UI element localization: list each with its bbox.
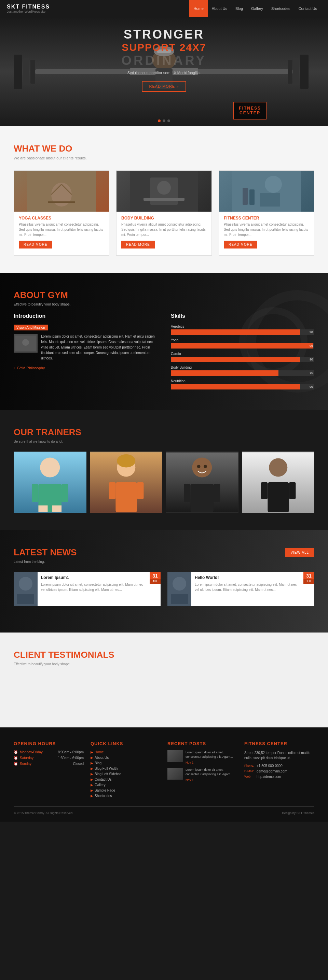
hero-badge: FITNESS CENTER (234, 102, 267, 119)
nav-home[interactable]: Home (189, 0, 207, 17)
hero-dot-1[interactable] (158, 119, 161, 122)
hero-text-support: SUPPORT 24X7 (121, 41, 206, 53)
hero-content: STRONGER SUPPORT 24X7 ORDINARY Sed rhonc… (121, 27, 206, 92)
trainers-title: OUR TRAINERS (14, 427, 314, 438)
design-by: Design by SKT Themes (282, 811, 314, 815)
logo-sub: Just another WordPress site (7, 10, 50, 13)
arrow-icon-7: ▶ (91, 783, 93, 787)
skill-aerobics-bar (171, 329, 300, 335)
footer-quick-links: Quick LINKS ▶ Home ▶ About Us ▶ Blog ▶ B… (91, 741, 161, 799)
news-sub: Latest from the blog. (14, 560, 314, 563)
trainer-4 (242, 452, 315, 513)
nav-blog[interactable]: Blog (231, 0, 247, 17)
footer-link-blog-full[interactable]: ▶ Blog Full Width (91, 767, 161, 770)
svg-point-28 (22, 339, 29, 346)
nav-about[interactable]: About Us (208, 0, 231, 17)
news-card-2-text: Lorem ipsum dolor sit amet, consectetur … (195, 582, 301, 592)
svg-rect-0 (14, 55, 22, 89)
news-content-2: Hello World! Lorem ipsum dolor sit amet,… (191, 572, 314, 606)
vision-label: Vision And Mission (14, 325, 48, 331)
hero-section: STRONGER SUPPORT 24X7 ORDINARY Sed rhonc… (0, 17, 328, 126)
nav-contact[interactable]: Contact Us (294, 0, 321, 17)
footer-recent-post-2: Lorem ipsum dolor sit amet, consectetur … (167, 768, 237, 782)
yoga-card-image (14, 171, 109, 212)
footer-link-shortcodes[interactable]: ▶ Shortcodes (91, 794, 161, 798)
svg-rect-38 (115, 482, 137, 512)
gym-philosophy-link[interactable]: + GYM Philosophy (14, 366, 157, 370)
svg-rect-35 (52, 506, 61, 512)
skill-yoga-bar (171, 343, 313, 348)
fitness-center-read-more-button[interactable]: READ MORE (224, 241, 257, 248)
skill-neutrition-bar (171, 384, 300, 390)
hero-dot-2[interactable] (163, 119, 165, 122)
svg-rect-16 (48, 201, 75, 203)
news-section: LATEST NEWS VIEW ALL Latest from the blo… (0, 530, 328, 633)
body-building-card: BODY BUILDING Phasellus viverra aliquit … (116, 170, 212, 256)
news-title: LATEST NEWS (14, 547, 77, 558)
footer-bottom: © 2015 Themiv Candy. All Rights Reserved… (14, 806, 314, 815)
hero-text-ordinary: ORDINARY (121, 53, 206, 68)
intro-content: Lorem ipsum dolor sit amet, consectetur … (14, 334, 157, 361)
footer-email-row: E-Mail: demo@domain.com (244, 769, 314, 773)
fitness-center-card-text: Phasellus viverra aliquit amet consectet… (219, 222, 314, 241)
what-we-do-cards: YOGA CLASSES Phasellus viverra aliquit a… (14, 170, 314, 256)
news-card-1-title: Lorem Ipsum1 (41, 575, 147, 580)
trainers-row (14, 452, 314, 513)
view-all-button[interactable]: VIEW ALL (285, 548, 314, 557)
svg-rect-44 (190, 484, 214, 512)
news-cards: 31 JUL Lorem Ipsum1 Lorem ipsum dolor si… (14, 572, 314, 606)
trainer-1 (14, 452, 86, 513)
fitness-center-card-label: FITNESS CENTER (219, 212, 314, 222)
svg-rect-39 (109, 482, 115, 499)
footer-opening-hours: OPENING Hours ⏰ Monday-Friday 8:00am - 6… (14, 741, 84, 799)
svg-rect-34 (38, 506, 48, 512)
svg-rect-45 (184, 484, 190, 502)
footer-link-contact[interactable]: ▶ Contact Us (91, 778, 161, 781)
yoga-read-more-button[interactable]: READ MORE (19, 241, 52, 248)
svg-rect-24 (243, 188, 248, 205)
yoga-card-text: Phasellus viverra aliquit amet consectet… (14, 222, 109, 241)
what-we-do-sub: We are passionate about our clients resu… (14, 156, 314, 160)
yoga-card-label: YOGA CLASSES (14, 212, 109, 222)
news-thumb-2 (167, 572, 191, 606)
arrow-icon-2: ▶ (91, 756, 93, 759)
svg-rect-2 (30, 60, 35, 84)
recent-post-image-1 (167, 750, 183, 762)
svg-rect-32 (32, 484, 38, 502)
footer-link-blog[interactable]: ▶ Blog (91, 761, 161, 765)
fitness-center-card: FITNESS CENTER Phasellus viverra aliquit… (219, 170, 314, 256)
skill-neutrition-pct: 90 (310, 384, 313, 390)
nav-gallery[interactable]: Gallery (247, 0, 267, 17)
hero-dots (158, 119, 170, 122)
footer-link-about[interactable]: ▶ About Us (91, 756, 161, 759)
hero-badge-line2: CENTER (239, 111, 261, 115)
intro-text: Lorem ipsum dolor sit amet, consectetur … (41, 334, 157, 361)
logo: SKT FITNESS Just another WordPress site (7, 4, 50, 13)
footer-link-blog-left[interactable]: ▶ Blog Left Sidebar (91, 772, 161, 776)
body-building-card-label: BODY BUILDING (117, 212, 211, 222)
news-card-1: 31 JUL Lorem Ipsum1 Lorem ipsum dolor si… (14, 572, 161, 606)
testimonials-content (14, 676, 314, 710)
footer-link-gallery[interactable]: ▶ Gallery (91, 783, 161, 787)
footer-link-home[interactable]: ▶ Home (91, 750, 161, 754)
intro-image (14, 334, 38, 353)
nav-shortcodes[interactable]: Shortcodes (267, 0, 294, 17)
hero-dot-3[interactable] (167, 119, 170, 122)
footer-quick-title: Quick LINKS (91, 741, 161, 746)
footer-link-sample[interactable]: ▶ Sample Page (91, 789, 161, 792)
body-building-read-more-button[interactable]: READ MORE (121, 241, 155, 248)
hero-read-more-button[interactable]: READ MORE » (142, 81, 187, 92)
svg-point-22 (265, 176, 282, 193)
footer-hour-saturday: ⏰ Saturday 1:30am - 6:00pm (14, 756, 84, 760)
trainer-2 (90, 452, 163, 513)
news-card-2-title: Hello World! (195, 575, 301, 580)
website-label: Web: (244, 775, 254, 778)
footer-phone-row: Phone: +1 505 000-0000 (244, 764, 314, 768)
main-nav: Home About Us Blog Gallery Shortcodes Co… (189, 0, 321, 17)
what-we-do-title-accent: DO (59, 143, 72, 154)
hero-text-stronger: STRONGER (121, 27, 206, 41)
copyright: © 2015 Themiv Candy. All Rights Reserved (14, 811, 72, 815)
skill-cardio-pct: 90 (310, 357, 313, 362)
svg-rect-1 (23, 58, 29, 85)
svg-rect-51 (267, 482, 289, 512)
